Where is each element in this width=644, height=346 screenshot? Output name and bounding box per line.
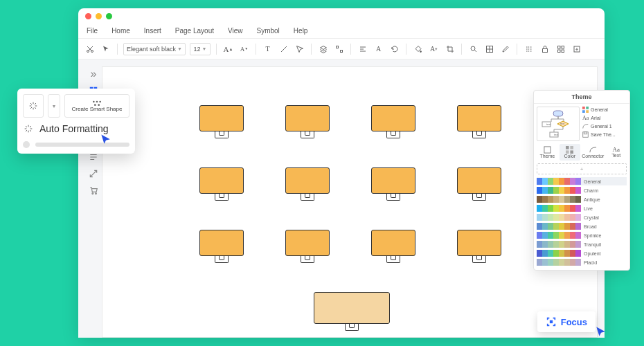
- theme-panel: Theme texttexttext General AaArial Gener…: [533, 90, 630, 271]
- student-desk[interactable]: [371, 167, 415, 201]
- window-max-dot[interactable]: [106, 13, 112, 19]
- svg-rect-8: [557, 46, 560, 48]
- color-scheme-tranquil[interactable]: Tranquil: [537, 240, 627, 248]
- color-scheme-opulent[interactable]: Opulent: [537, 249, 627, 257]
- color-scheme-placid[interactable]: Placid: [537, 258, 627, 266]
- create-smart-shape-button[interactable]: Create Smart Shape: [64, 94, 129, 118]
- scheme-label: Live: [584, 206, 627, 211]
- menu-home[interactable]: Home: [111, 27, 130, 35]
- pen-tool-button[interactable]: [499, 43, 511, 55]
- theme-tab-color[interactable]: Color: [560, 144, 581, 161]
- decrease-font-button[interactable]: A▼: [238, 43, 250, 55]
- cursor-icon: [99, 133, 113, 148]
- auto-format-popover: ▼ Create Smart Shape Auto Formatting: [17, 89, 135, 154]
- font-color-button[interactable]: A▾: [428, 43, 440, 55]
- window-close-dot[interactable]: [85, 13, 91, 19]
- teacher-desk[interactable]: [314, 292, 390, 331]
- auto-format-icon-button[interactable]: [23, 94, 44, 118]
- theme-tab-connector[interactable]: Connector: [582, 144, 604, 161]
- rotate-button[interactable]: [388, 43, 400, 55]
- student-desk[interactable]: [199, 167, 244, 201]
- theme-tab-theme[interactable]: Theme: [537, 144, 558, 161]
- distribute-button[interactable]: [333, 43, 345, 55]
- search-button[interactable]: [467, 43, 479, 55]
- font-size-select[interactable]: 12▼: [190, 43, 211, 55]
- theme-preview[interactable]: texttexttext: [537, 107, 580, 141]
- app-window: File Home Insert Page Layout View Symbol…: [78, 8, 605, 338]
- table-button[interactable]: [483, 43, 495, 55]
- student-desk[interactable]: [457, 167, 501, 201]
- student-desk[interactable]: [457, 105, 501, 138]
- student-desk[interactable]: [199, 105, 244, 138]
- student-desk[interactable]: [285, 105, 330, 138]
- menu-help[interactable]: Help: [294, 27, 308, 35]
- color-scheme-crystal[interactable]: Crystal: [537, 213, 627, 221]
- layers-button[interactable]: [317, 43, 329, 55]
- select-tool-button[interactable]: [294, 43, 305, 55]
- student-desk[interactable]: [285, 230, 330, 263]
- text-tool-button[interactable]: T: [262, 43, 274, 55]
- rail-collapse-icon[interactable]: »: [89, 69, 98, 79]
- fill-color-button[interactable]: [412, 43, 424, 55]
- lock-button[interactable]: [539, 43, 551, 55]
- svg-rect-11: [562, 50, 564, 53]
- svg-rect-7: [542, 48, 547, 52]
- line-tool-button[interactable]: [278, 43, 289, 55]
- student-desk[interactable]: [371, 105, 415, 138]
- student-desk[interactable]: [285, 167, 330, 201]
- scheme-label: Charm: [584, 188, 627, 193]
- theme-add-button[interactable]: +: [537, 163, 627, 174]
- scheme-label: Antique: [584, 197, 627, 202]
- svg-rect-34: [586, 107, 589, 109]
- student-desk[interactable]: [371, 230, 415, 263]
- svg-point-23: [99, 100, 101, 102]
- theme-tab-text[interactable]: AaText: [605, 144, 627, 161]
- color-scheme-general[interactable]: General: [537, 177, 627, 185]
- grid-button[interactable]: [555, 43, 566, 55]
- cut-button[interactable]: [84, 43, 96, 55]
- svg-rect-44: [550, 321, 552, 323]
- window-min-dot[interactable]: [96, 13, 102, 19]
- color-scheme-antique[interactable]: Antique: [537, 195, 627, 203]
- color-scheme-charm[interactable]: Charm: [537, 186, 627, 194]
- svg-point-19: [92, 193, 93, 194]
- color-scheme-broad[interactable]: Broad: [537, 222, 627, 230]
- scheme-label: Placid: [584, 260, 627, 265]
- scheme-label: Broad: [584, 224, 627, 229]
- focus-button[interactable]: Focus: [537, 311, 596, 332]
- rail-outline-icon[interactable]: [89, 152, 98, 162]
- theme-attr-general[interactable]: General: [582, 107, 627, 113]
- auto-format-dropdown[interactable]: ▼: [48, 94, 60, 118]
- export-button[interactable]: [571, 43, 582, 55]
- menu-insert[interactable]: Insert: [144, 27, 161, 35]
- increase-font-button[interactable]: A▲: [222, 43, 234, 55]
- theme-attr-connector[interactable]: General 1: [582, 123, 627, 129]
- menu-file[interactable]: File: [87, 27, 98, 35]
- menu-symbol[interactable]: Symbol: [257, 27, 280, 35]
- drawing-canvas[interactable]: [102, 66, 598, 338]
- pointer-button[interactable]: [100, 43, 111, 55]
- cursor-icon-focus: [594, 325, 608, 342]
- align-button[interactable]: [357, 43, 368, 55]
- text-format-button[interactable]: A: [373, 43, 384, 55]
- svg-rect-35: [582, 110, 585, 113]
- student-desk[interactable]: [199, 230, 244, 263]
- auto-format-slider[interactable]: [23, 141, 129, 148]
- theme-attr-save[interactable]: Save The...: [582, 131, 627, 138]
- color-scheme-live[interactable]: Live: [537, 204, 627, 212]
- color-scheme-sprinkle[interactable]: Sprinkle: [537, 231, 627, 239]
- rail-resize-icon[interactable]: [89, 169, 98, 179]
- rail-cart-icon[interactable]: [89, 185, 98, 195]
- line-style-button[interactable]: [523, 43, 535, 55]
- theme-attr-font[interactable]: AaArial: [582, 115, 627, 121]
- svg-rect-36: [586, 110, 589, 113]
- menu-view[interactable]: View: [228, 27, 243, 35]
- student-desk[interactable]: [457, 230, 501, 263]
- svg-rect-9: [562, 46, 564, 48]
- svg-point-20: [96, 193, 97, 194]
- font-family-select[interactable]: Elegant soft black▼: [123, 43, 186, 55]
- menu-page-layout[interactable]: Page Layout: [175, 27, 214, 35]
- crop-button[interactable]: [444, 43, 456, 55]
- sparkle-icon: [23, 123, 34, 134]
- svg-text:text: text: [554, 133, 559, 136]
